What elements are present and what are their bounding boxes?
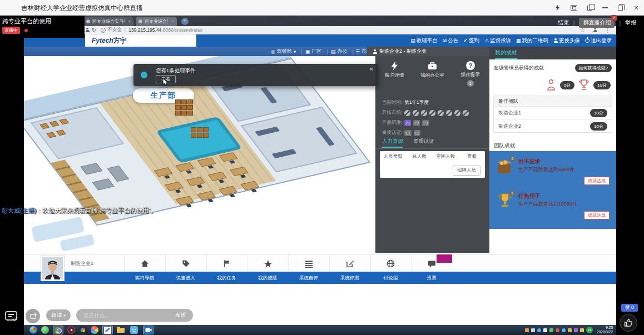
send-button[interactable]: 发送 <box>175 312 193 319</box>
chat-sender-name[interactable]: 彭大威(主播) <box>2 207 36 214</box>
fullscreen-rotate-button[interactable] <box>26 309 40 323</box>
tab-human-resources[interactable]: 人力资源 <box>382 138 403 148</box>
product-p3-badge[interactable]: P3 <box>422 120 429 126</box>
cert-c1-badge[interactable]: C1 <box>404 130 411 136</box>
nav-cockpit[interactable]: ◎驾驶舱▾| <box>271 47 306 56</box>
battery-indicator[interactable]: 79 <box>586 327 593 333</box>
taskbar-app-media[interactable] <box>79 326 87 334</box>
market-slot-icon[interactable] <box>454 110 460 116</box>
bottomnav-home[interactable] <box>124 255 165 272</box>
tab-close-icon[interactable]: × <box>128 19 131 24</box>
tray-icon[interactable] <box>531 328 535 332</box>
menu-complaint[interactable]: ⚠监督投诉 <box>484 37 511 44</box>
minimize-button[interactable] <box>602 7 608 8</box>
browser-tab-1[interactable]: 跨专业综合实习平台 × <box>83 17 133 26</box>
market-slot-icon[interactable] <box>421 110 427 116</box>
market-slot-icon[interactable] <box>404 110 410 116</box>
tray-icon[interactable] <box>574 328 578 332</box>
how-to-get-link[interactable]: 如何获得成就? <box>575 64 612 72</box>
taskbar-app-camera-active[interactable] <box>143 326 153 334</box>
label-quick-enter[interactable]: 快速进入 <box>165 272 206 284</box>
menu-change-avatar[interactable]: 更换头像 <box>553 37 580 44</box>
my-office-button[interactable]: 我的办公室 <box>414 61 450 87</box>
account-detail-button[interactable]: 账户详情 <box>377 61 412 87</box>
cert-c2-badge[interactable]: C2 <box>414 130 420 136</box>
flash-icon[interactable] <box>554 4 561 11</box>
team-row-1[interactable]: 制造企业1 10分 <box>494 107 612 119</box>
close-button[interactable]: ✕ <box>633 4 640 11</box>
extension-badge[interactable]: ↻ <box>85 27 96 33</box>
product-p1-badge[interactable]: P1 <box>404 120 411 126</box>
label-system-evaluation[interactable]: 系统评测 <box>329 272 370 284</box>
page-info-icon[interactable]: i <box>101 28 106 33</box>
menu-teaching-platform[interactable]: ▤教辅平台 <box>410 37 438 44</box>
tray-icon[interactable] <box>543 328 547 332</box>
market-slot-icon[interactable] <box>446 110 452 116</box>
bottomnav-my-tasks[interactable] <box>206 255 247 272</box>
refresh-icon[interactable]: ↻ <box>92 27 96 33</box>
achievement-card-2[interactable]: 5 狂热份子 生产产品数量达到10000件 成就达成 <box>494 190 612 224</box>
taskbar-app-chrome[interactable] <box>53 326 63 334</box>
url-host[interactable]: 139.215.195.44 <box>128 27 161 33</box>
tray-icon[interactable] <box>549 328 553 332</box>
tray-icon[interactable] <box>562 328 566 332</box>
market-slot-icon[interactable] <box>463 110 469 116</box>
nav-office[interactable]: ▤办公| <box>331 47 357 56</box>
operation-tips-button[interactable]: ? 操作提示 1 <box>453 61 488 87</box>
browser-menu-icon[interactable]: ⋮ <box>605 27 611 33</box>
chip-close-icon[interactable]: ✕ <box>611 15 617 21</box>
tray-icon[interactable] <box>580 328 584 332</box>
market-slot-icon[interactable] <box>413 110 419 116</box>
browser-tab-2-active[interactable]: 跨专业综合实习平台 × <box>136 17 177 26</box>
taskbar-app-player[interactable] <box>67 326 75 334</box>
new-tab-button[interactable]: + <box>181 18 189 25</box>
label-nav-guide[interactable]: 实习导航 <box>124 272 165 284</box>
taskbar-app-bird[interactable] <box>102 326 113 334</box>
tray-icon[interactable] <box>556 328 559 332</box>
taskbar-app-green-browser[interactable] <box>41 326 49 334</box>
taskbar-app-messenger[interactable] <box>128 326 139 334</box>
taskbar-clock[interactable]: 9:25 2020/3/22 <box>597 326 613 334</box>
toast-close-icon[interactable]: ✕ <box>369 66 374 72</box>
achievements-title[interactable]: 我的成就 <box>495 49 517 59</box>
market-slot-icon[interactable] <box>438 110 444 116</box>
user-avatar[interactable] <box>41 256 65 281</box>
tray-icon[interactable] <box>525 328 529 332</box>
chat-input[interactable] <box>76 312 175 318</box>
label-vote[interactable]: 投票 <box>411 272 452 284</box>
menu-qrcode[interactable]: ▦我的二维码 <box>516 37 548 44</box>
quality-selector[interactable]: 超清▾ <box>46 309 71 321</box>
report-button[interactable]: 举报 <box>625 19 636 27</box>
company-tab[interactable]: 制造企业2 - 制造企业 <box>367 47 489 56</box>
bottomnav-self-evaluation[interactable] <box>288 255 329 272</box>
menu-logout[interactable]: 退出登录 <box>585 37 612 44</box>
end-stream-button[interactable]: 结束 <box>558 19 569 27</box>
bottomnav-discussion-group[interactable] <box>370 255 412 272</box>
product-p2-badge[interactable]: P2 <box>413 120 420 126</box>
tab-close-icon[interactable]: × <box>171 19 174 24</box>
label-my-scores[interactable]: 我的成绩 <box>247 272 288 284</box>
bottomnav-system-evaluation[interactable] <box>329 255 370 272</box>
stream-intro-button[interactable]: 群直播介绍✕ <box>579 18 615 28</box>
tray-icon[interactable] <box>537 328 541 332</box>
cascade-windows-icon[interactable] <box>587 6 592 11</box>
bookmark-star-icon[interactable]: ☆ <box>580 27 585 33</box>
like-button[interactable] <box>620 314 637 332</box>
browser-avatar-icon[interactable] <box>593 28 597 32</box>
site-logo[interactable]: Fytech方宇 <box>85 34 196 47</box>
tab-qualification[interactable]: 资质认证 <box>413 138 434 148</box>
team-row-2[interactable]: 制造企业2 10分 <box>494 119 612 132</box>
pip-window-icon[interactable] <box>571 5 577 11</box>
achievement-card-1[interactable]: 5 供不应求 生产产品数量达到5000件 成就达成 <box>494 156 612 190</box>
nav-factory[interactable]: ▣厂区| <box>305 47 331 56</box>
bottomnav-my-scores[interactable] <box>247 255 288 272</box>
restore-button[interactable] <box>618 6 623 11</box>
label-my-tasks[interactable]: 我的任务 <box>206 272 247 284</box>
bottomnav-quick-enter[interactable] <box>165 255 206 272</box>
menu-checkin[interactable]: ✔签到 <box>463 37 479 44</box>
menu-announcement[interactable]: ✉公告 <box>443 37 459 44</box>
tray-icon[interactable] <box>568 328 572 332</box>
label-discussion-group[interactable]: 讨论组 <box>370 272 412 284</box>
taskbar-file-explorer[interactable] <box>117 328 125 333</box>
label-self-evaluation[interactable]: 系统自评 <box>288 272 329 284</box>
